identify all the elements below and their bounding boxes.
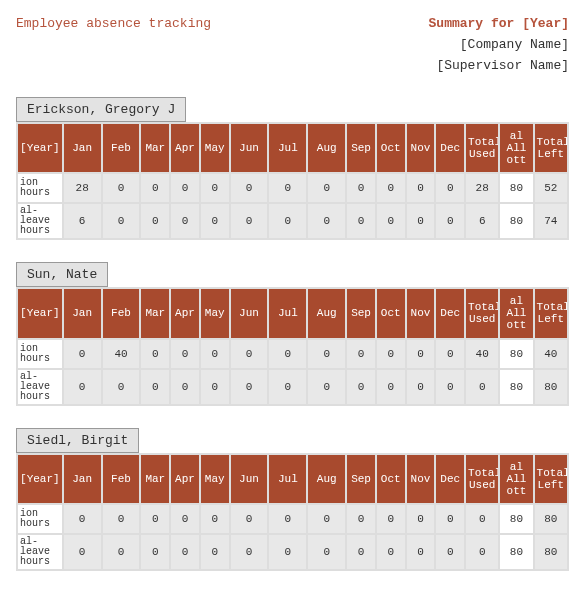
col-month: Jan [63, 288, 102, 338]
col-month: Jul [268, 288, 307, 338]
month-cell: 0 [170, 203, 200, 239]
month-cell: 0 [406, 534, 436, 570]
month-cell: 0 [230, 173, 269, 203]
total-left-cell: 80 [534, 504, 568, 534]
col-month: Oct [376, 123, 406, 173]
month-cell: 0 [376, 534, 406, 570]
month-cell: 0 [346, 339, 376, 369]
month-cell: 0 [435, 504, 465, 534]
month-cell: 0 [102, 203, 141, 239]
total-left-cell: 74 [534, 203, 568, 239]
row-label: al- leave hours [17, 369, 63, 405]
month-cell: 0 [307, 534, 346, 570]
col-month: Sep [346, 288, 376, 338]
col-month: Nov [406, 288, 436, 338]
month-cell: 0 [63, 369, 102, 405]
month-cell: 0 [435, 339, 465, 369]
month-cell: 0 [435, 369, 465, 405]
month-cell: 0 [102, 534, 141, 570]
col-month: Jan [63, 454, 102, 504]
col-total: al All ott [499, 454, 533, 504]
table-row: ion hours2800000000000288052 [17, 173, 568, 203]
total-left-cell: 40 [534, 339, 568, 369]
month-cell: 0 [170, 369, 200, 405]
page-title: Employee absence tracking [16, 16, 211, 73]
table-row: al- leave hours00000000000008080 [17, 534, 568, 570]
month-cell: 0 [140, 173, 170, 203]
month-cell: 0 [63, 339, 102, 369]
month-cell: 0 [346, 369, 376, 405]
table-row: al- leave hours60000000000068074 [17, 203, 568, 239]
table-row: ion hours00000000000008080 [17, 504, 568, 534]
month-cell: 0 [230, 504, 269, 534]
col-month: Jul [268, 454, 307, 504]
total-left-cell: 52 [534, 173, 568, 203]
total-used-cell: 40 [465, 339, 499, 369]
month-cell: 0 [435, 203, 465, 239]
month-cell: 0 [307, 369, 346, 405]
month-cell: 0 [268, 173, 307, 203]
total-used-cell: 6 [465, 203, 499, 239]
month-cell: 0 [200, 369, 230, 405]
table-row: al- leave hours00000000000008080 [17, 369, 568, 405]
total-used-cell: 0 [465, 534, 499, 570]
month-cell: 0 [268, 369, 307, 405]
total-used-cell: 0 [465, 504, 499, 534]
col-total: Total Left [534, 123, 568, 173]
month-cell: 0 [307, 339, 346, 369]
month-cell: 0 [230, 339, 269, 369]
total-allotted-cell: 80 [499, 534, 533, 570]
month-cell: 0 [268, 504, 307, 534]
month-cell: 0 [435, 173, 465, 203]
month-cell: 0 [346, 203, 376, 239]
col-total: Total Left [534, 288, 568, 338]
row-label: al- leave hours [17, 534, 63, 570]
total-allotted-cell: 80 [499, 339, 533, 369]
page-header: Employee absence tracking Summary for [Y… [16, 16, 569, 73]
row-label: ion hours [17, 339, 63, 369]
employee-block: Siedl, Birgit[Year]JanFebMarAprMayJunJul… [16, 428, 569, 571]
col-month: May [200, 288, 230, 338]
total-allotted-cell: 80 [499, 203, 533, 239]
employee-name: Sun, Nate [16, 262, 108, 287]
month-cell: 0 [346, 534, 376, 570]
col-month: Aug [307, 288, 346, 338]
col-month: Mar [140, 454, 170, 504]
total-used-cell: 28 [465, 173, 499, 203]
col-month: Oct [376, 454, 406, 504]
col-month: Oct [376, 288, 406, 338]
month-cell: 0 [200, 504, 230, 534]
month-cell: 0 [200, 203, 230, 239]
company-name: [Company Name] [429, 37, 569, 52]
col-month: Aug [307, 454, 346, 504]
col-month: May [200, 123, 230, 173]
col-month: Dec [435, 454, 465, 504]
col-total: Total Left [534, 454, 568, 504]
total-used-cell: 0 [465, 369, 499, 405]
month-cell: 0 [102, 504, 141, 534]
col-total: Total Used [465, 123, 499, 173]
employees-container: Erickson, Gregory J[Year]JanFebMarAprMay… [16, 97, 569, 571]
month-cell: 0 [406, 203, 436, 239]
month-cell: 0 [170, 504, 200, 534]
employee-name: Siedl, Birgit [16, 428, 139, 453]
month-cell: 0 [230, 534, 269, 570]
total-allotted-cell: 80 [499, 173, 533, 203]
month-cell: 0 [376, 339, 406, 369]
month-cell: 0 [376, 203, 406, 239]
month-cell: 0 [307, 203, 346, 239]
col-month: Jun [230, 288, 269, 338]
col-month: Nov [406, 123, 436, 173]
employee-block: Sun, Nate[Year]JanFebMarAprMayJunJulAugS… [16, 262, 569, 405]
month-cell: 0 [307, 173, 346, 203]
month-cell: 0 [102, 173, 141, 203]
month-cell: 0 [406, 369, 436, 405]
month-cell: 0 [63, 534, 102, 570]
month-cell: 0 [268, 203, 307, 239]
col-total: Total Used [465, 454, 499, 504]
month-cell: 0 [170, 339, 200, 369]
month-cell: 0 [140, 534, 170, 570]
month-cell: 0 [200, 173, 230, 203]
month-cell: 0 [200, 339, 230, 369]
total-allotted-cell: 80 [499, 369, 533, 405]
